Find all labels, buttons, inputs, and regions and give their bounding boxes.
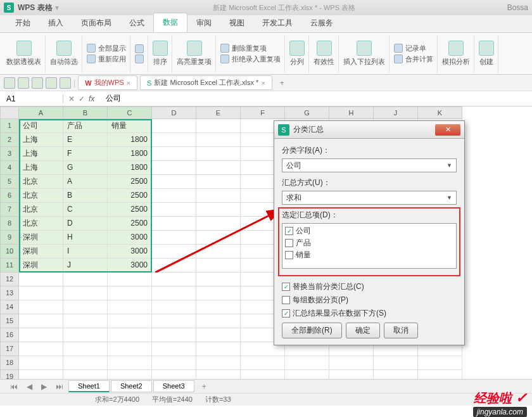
cell[interactable] — [152, 147, 196, 161]
record-button[interactable]: 记录单 — [394, 44, 433, 53]
sort-button[interactable]: 排序 — [149, 35, 172, 73]
cell[interactable] — [196, 217, 241, 231]
cell[interactable] — [196, 231, 241, 245]
fx-icon[interactable]: fx — [89, 94, 94, 103]
cell[interactable]: 上海 — [19, 161, 63, 175]
option-checkbox[interactable]: 每组数据分页(P) — [282, 295, 457, 305]
cell[interactable] — [196, 328, 241, 342]
row-header[interactable]: 9 — [0, 231, 19, 245]
cell[interactable]: I — [63, 245, 108, 259]
cell[interactable]: 2500 — [108, 217, 152, 231]
cell[interactable] — [108, 300, 152, 314]
menu-页面布局[interactable]: 页面布局 — [72, 14, 120, 32]
cell[interactable] — [196, 273, 241, 286]
row-header[interactable]: 2 — [0, 133, 19, 147]
menu-云服务[interactable]: 云服务 — [301, 14, 342, 32]
cell[interactable]: 北京 — [19, 203, 63, 217]
cell[interactable]: B — [63, 189, 108, 203]
cell[interactable] — [152, 328, 196, 342]
row-header[interactable]: 10 — [0, 245, 19, 259]
cell[interactable] — [152, 161, 196, 175]
menu-开发工具[interactable]: 开发工具 — [253, 14, 301, 32]
select-all-corner[interactable] — [0, 106, 19, 119]
cell[interactable] — [19, 300, 63, 314]
option-checkbox[interactable]: ✓替换当前分类汇总(C) — [282, 281, 457, 292]
ok-button[interactable]: 确定 — [346, 323, 380, 338]
cell[interactable] — [63, 314, 108, 328]
cancel-button[interactable]: 取消 — [384, 323, 418, 338]
add-tab-button[interactable]: + — [275, 77, 289, 89]
showall-button[interactable]: 全部显示 — [87, 44, 126, 53]
cell[interactable] — [196, 245, 241, 259]
cell[interactable]: 2500 — [108, 203, 152, 217]
sort-asc-button[interactable] — [135, 44, 144, 53]
cell[interactable] — [19, 328, 63, 342]
deldup-button[interactable]: 删除重复项 — [220, 44, 281, 53]
fx-cancel-icon[interactable]: ✕ — [68, 94, 75, 103]
items-list[interactable]: ✓公司产品销量 — [282, 223, 457, 269]
create-button[interactable]: 创建 — [475, 35, 498, 73]
close-icon[interactable]: × — [127, 79, 130, 87]
doc-tab-excel[interactable]: S新建 Microsoft Excel 工作表.xlsx *× — [140, 75, 272, 90]
cell[interactable] — [19, 342, 63, 356]
cell[interactable]: 3000 — [108, 231, 152, 245]
item-checkbox[interactable]: ✓公司 — [284, 225, 455, 237]
cell[interactable] — [196, 203, 241, 217]
row-header[interactable]: 11 — [0, 259, 19, 273]
cell[interactable] — [108, 273, 152, 286]
whatif-button[interactable]: 模拟分析 — [438, 35, 474, 73]
sheet-nav-last[interactable]: ⏭ — [52, 382, 67, 391]
formula-input[interactable]: 公司 — [99, 93, 127, 104]
cell[interactable] — [108, 356, 152, 370]
cell[interactable] — [63, 273, 108, 286]
col-header[interactable]: J — [374, 106, 418, 119]
cell[interactable] — [196, 133, 241, 147]
sheet-tab[interactable]: Sheet1 — [68, 380, 110, 392]
cell[interactable] — [152, 133, 196, 147]
cell[interactable]: D — [63, 217, 108, 231]
cell[interactable] — [196, 119, 241, 133]
cell[interactable] — [152, 217, 196, 231]
row-header[interactable]: 18 — [0, 356, 19, 370]
col-header[interactable]: E — [196, 106, 241, 119]
cell[interactable]: 北京 — [19, 189, 63, 203]
item-checkbox[interactable]: 产品 — [284, 237, 455, 249]
cell[interactable]: A — [63, 175, 108, 189]
cell[interactable]: G — [63, 161, 108, 175]
cell[interactable] — [418, 356, 462, 370]
row-header[interactable]: 8 — [0, 217, 19, 231]
cell[interactable] — [63, 342, 108, 356]
cell[interactable]: 深圳 — [19, 259, 63, 273]
cell[interactable]: 1800 — [108, 161, 152, 175]
cell[interactable] — [241, 356, 285, 370]
cell[interactable]: 产品 — [63, 119, 108, 133]
cell[interactable]: 北京 — [19, 175, 63, 189]
row-header[interactable]: 1 — [0, 119, 19, 133]
sheet-nav-prev[interactable]: ◀ — [23, 382, 36, 391]
field-select[interactable]: 公司▼ — [282, 158, 457, 172]
cell[interactable]: 上海 — [19, 133, 63, 147]
cell[interactable] — [19, 286, 63, 300]
sheet-nav-next[interactable]: ▶ — [37, 382, 51, 391]
menu-审阅[interactable]: 审阅 — [187, 14, 220, 32]
col-header[interactable]: G — [285, 106, 329, 119]
fx-confirm-icon[interactable]: ✓ — [79, 94, 85, 103]
cell[interactable]: 北京 — [19, 217, 63, 231]
doc-tab-wps[interactable]: W我的WPS× — [78, 75, 137, 90]
cell[interactable] — [152, 203, 196, 217]
row-header[interactable]: 14 — [0, 300, 19, 314]
rejectdup-button[interactable]: 拒绝录入重复项 — [220, 55, 281, 64]
cell[interactable] — [196, 300, 241, 314]
row-header[interactable]: 7 — [0, 203, 19, 217]
row-header[interactable]: 17 — [0, 342, 19, 356]
highlight-button[interactable]: 高亮重复项 — [173, 35, 216, 73]
col-header[interactable]: B — [63, 106, 108, 119]
cell[interactable] — [196, 342, 241, 356]
consolidate-button[interactable]: 合并计算 — [394, 55, 433, 64]
method-select[interactable]: 求和▼ — [282, 191, 457, 205]
row-header[interactable]: 4 — [0, 161, 19, 175]
cell[interactable] — [63, 286, 108, 300]
cell[interactable] — [285, 356, 329, 370]
cell[interactable] — [152, 300, 196, 314]
cell[interactable] — [19, 356, 63, 370]
